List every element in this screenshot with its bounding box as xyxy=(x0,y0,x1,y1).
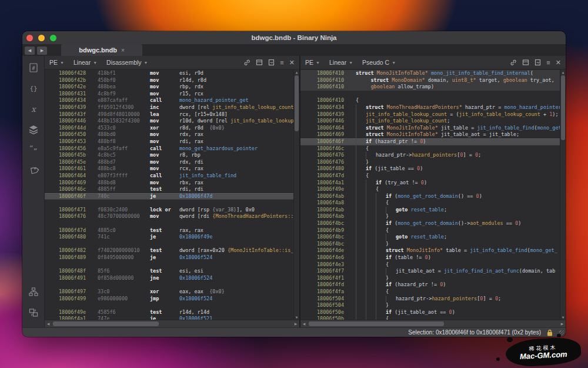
scrollbar-thumb[interactable] xyxy=(53,321,159,326)
close-pane-icon[interactable]: ✕ xyxy=(556,59,561,66)
pseudo-c-row[interactable]: 18006f410struct MonoDomain* domain, uint… xyxy=(300,77,560,84)
pseudo-c-row[interactable]: 18006f480if (jit_table == 0) xyxy=(300,165,560,173)
pseudo-c-row[interactable]: 18006f4bcif (mono_get_root_domain()->aot… xyxy=(300,220,560,227)
view-dropdown[interactable]: Pseudo C ▼ xyxy=(362,59,396,66)
disasm-row[interactable]: 18006f4a1747eje0x18006f521 xyxy=(45,316,294,320)
pseudo-c-row[interactable]: 18006f4destruct MonoJitInfo* table = jit… xyxy=(300,247,560,254)
disasm-row[interactable]: 18006f49e4585f6testr14d, r14d xyxy=(45,309,294,316)
scroll-right-icon[interactable]: ▶ xyxy=(559,320,566,327)
disasm-row[interactable]: 18006f42e488beamovrbp, rdx xyxy=(45,84,294,91)
sidebar-item-types[interactable]: {} xyxy=(28,82,39,94)
disasm-row[interactable] xyxy=(45,220,294,227)
pseudo-c-row[interactable]: 18006f4b9{ xyxy=(300,227,560,234)
pseudo-c-view[interactable]: 18006f410struct MonoJitInfoTable* mono_j… xyxy=(300,69,566,320)
sidebar-item-variables[interactable]: x xyxy=(28,103,39,115)
scrollbar-thumb[interactable] xyxy=(309,321,444,326)
disasm-row[interactable]: 18006f446448b15832f4300movr10d, dword [r… xyxy=(45,118,294,125)
view-dropdown[interactable]: Disassembly ▼ xyxy=(106,59,148,66)
disasm-row[interactable] xyxy=(45,261,294,268)
link-icon[interactable] xyxy=(243,59,250,66)
scroll-up-icon[interactable]: ▲ xyxy=(560,69,566,75)
pseudo-c-vertical-scrollbar[interactable]: ▲ ▼ xyxy=(560,69,566,320)
disasm-row[interactable]: 18006f428418bf1movesi, r9d xyxy=(45,70,294,77)
pseudo-c-row[interactable]: 18006f49e{ xyxy=(300,186,560,193)
format-dropdown[interactable]: PE ▼ xyxy=(49,59,64,66)
pseudo-c-row[interactable]: 18006f4bc} xyxy=(300,241,560,248)
disasm-row[interactable]: 18006f49733c0xoreax, eax {0x0} xyxy=(45,289,294,296)
tab-bdwgc[interactable]: bdwgc.bndb × xyxy=(61,44,142,56)
disasm-row[interactable]: 18006f45b4c8bc5movr8, rbp xyxy=(45,152,294,159)
disasm-row[interactable]: 18006f471f0830c2400lock ordword [rsp {va… xyxy=(45,207,294,214)
disasm-row[interactable] xyxy=(45,241,294,248)
pseudo-c-row[interactable]: 18006f4bcgoto reset_table; xyxy=(300,234,560,241)
nav-back-button[interactable]: ◀ xyxy=(25,47,35,55)
layout-dropdown[interactable]: Linear ▼ xyxy=(74,59,97,66)
sidebar-item-tags[interactable] xyxy=(28,165,39,177)
nav-forward-button[interactable]: ▶ xyxy=(37,47,47,55)
disassembly-view[interactable]: 18006f428418bf1movesi, r9d18006f42b458bf… xyxy=(45,69,299,320)
disasm-row[interactable]: 18006f4910f858d000000jne0x18006f524 xyxy=(45,275,294,282)
pseudo-c-row[interactable]: 18006f476hazard_ptr->hazard_pointers[0] … xyxy=(300,152,560,159)
pseudo-c-row[interactable]: 18006f4ab} xyxy=(300,213,560,220)
scroll-right-icon[interactable]: ▶ xyxy=(292,320,299,327)
pseudo-c-row[interactable]: 18006f46c{ xyxy=(300,145,560,152)
disasm-row[interactable]: 18006f44d4533c0xorr8d, r8d {0x0} xyxy=(45,125,294,132)
menu-icon[interactable]: ≡ xyxy=(546,59,550,66)
disasm-row[interactable]: 18006f482f7402000000010testdword [rax+0x… xyxy=(45,247,294,254)
disasm-row[interactable] xyxy=(45,200,294,207)
disasm-row[interactable]: 18006f434e887cafaffcallmono_hazard_point… xyxy=(45,97,294,104)
pseudo-c-row[interactable]: 18006f504} xyxy=(300,302,560,309)
pseudo-c-row[interactable]: 18006f4a1if (try_aot != 0) xyxy=(300,180,560,187)
pseudo-c-row[interactable]: 18006f4fa{ xyxy=(300,289,560,296)
sidebar-item-hex-view[interactable]: # xyxy=(28,62,39,74)
pseudo-c-row[interactable]: 18006f4a8{ xyxy=(300,200,560,207)
disasm-row[interactable]: 18006f42b458bf0movr14d, r8d xyxy=(45,77,294,84)
scroll-left-icon[interactable]: ◀ xyxy=(300,320,308,327)
pseudo-c-row[interactable]: 18006f50b{ xyxy=(300,316,560,320)
disasm-row[interactable]: 18006f480741cje0x18006f49e xyxy=(45,234,294,241)
pseudo-c-row[interactable]: 18006f50eif (jit_table_aot == 0) xyxy=(300,309,560,316)
disasm-row[interactable]: 18006f439ff05912f4300incdword [rel jit_i… xyxy=(45,104,294,111)
pseudo-c-row[interactable]: 18006f410gboolean allow_tramp) xyxy=(300,84,560,91)
pseudo-c-horizontal-scrollbar[interactable]: ◀ ▶ xyxy=(300,320,566,327)
pseudo-c-row[interactable]: 18006f4abgoto reset_table; xyxy=(300,207,560,214)
pseudo-c-row[interactable]: 18006f47d{ xyxy=(300,173,560,180)
layout-dropdown[interactable]: Linear ▼ xyxy=(329,59,353,66)
scrollbar-thumb[interactable] xyxy=(295,75,299,131)
sidebar-item-cross-references[interactable] xyxy=(28,307,39,319)
disasm-row[interactable]: 18006f46f740cje0x18006f47d xyxy=(45,193,294,200)
disasm-row[interactable] xyxy=(45,281,294,289)
disasm-row[interactable]: 18006f47d4885c0testrax, rax xyxy=(45,227,294,234)
pseudo-c-row[interactable]: 18006f439jit_info_table_lookup_count = (… xyxy=(300,111,560,118)
pseudo-c-row[interactable]: 18006f504hazard_ptr->hazard_pointers[0] … xyxy=(300,296,560,303)
split-pane-icon[interactable] xyxy=(256,59,263,66)
pseudo-c-row[interactable]: 18006f434struct MonoThreadHazardPointers… xyxy=(300,104,560,111)
sidebar-item-mini-graph[interactable] xyxy=(28,286,39,298)
sidebar-item-stack[interactable] xyxy=(28,124,39,135)
disasm-row[interactable]: 18006f48f85f6testesi, esi xyxy=(45,268,294,275)
pseudo-c-row[interactable]: 18006f410struct MonoJitInfoTable* mono_j… xyxy=(300,70,560,77)
scroll-down-icon[interactable]: ▼ xyxy=(560,314,566,320)
pseudo-c-row[interactable]: 18006f4fdif (hazard_ptr != 0) xyxy=(300,281,560,289)
pseudo-c-row[interactable]: 18006f446jit_info_table_lookup_count; xyxy=(300,118,560,125)
pseudo-c-row[interactable]: 18006f4e3{ xyxy=(300,261,560,268)
disasm-row[interactable]: 18006f45e488bd7movrdx, rdi xyxy=(45,159,294,166)
pseudo-c-row[interactable]: 18006f4f1} xyxy=(300,275,560,282)
tab-close-icon[interactable]: × xyxy=(121,47,125,54)
menu-icon[interactable]: ≡ xyxy=(280,59,283,66)
disasm-row[interactable]: 18006f461488bc8movrcx, rax xyxy=(45,165,294,173)
lock-icon[interactable] xyxy=(547,329,553,336)
format-dropdown[interactable]: PE ▼ xyxy=(305,59,320,66)
scroll-left-icon[interactable]: ◀ xyxy=(45,320,52,327)
scroll-down-icon[interactable]: ▼ xyxy=(294,314,299,320)
report-icon[interactable] xyxy=(534,59,541,66)
report-icon[interactable] xyxy=(268,59,275,66)
split-pane-icon[interactable] xyxy=(522,59,529,66)
scrollbar-thumb[interactable] xyxy=(561,75,565,140)
pseudo-c-row[interactable]: 18006f4abif (mono_get_root_domain() == 0… xyxy=(300,193,560,200)
scroll-up-icon[interactable]: ▲ xyxy=(294,69,299,75)
pseudo-c-row[interactable]: 18006f476} xyxy=(300,159,560,166)
pseudo-c-row[interactable]: 18006f410{ xyxy=(300,97,560,104)
disasm-row[interactable]: 18006f47648c70700000000movqword [rdi {Mo… xyxy=(45,213,294,220)
pseudo-c-row[interactable]: 18006f4f7jit_table_aot = jit_info_find_i… xyxy=(300,268,560,275)
